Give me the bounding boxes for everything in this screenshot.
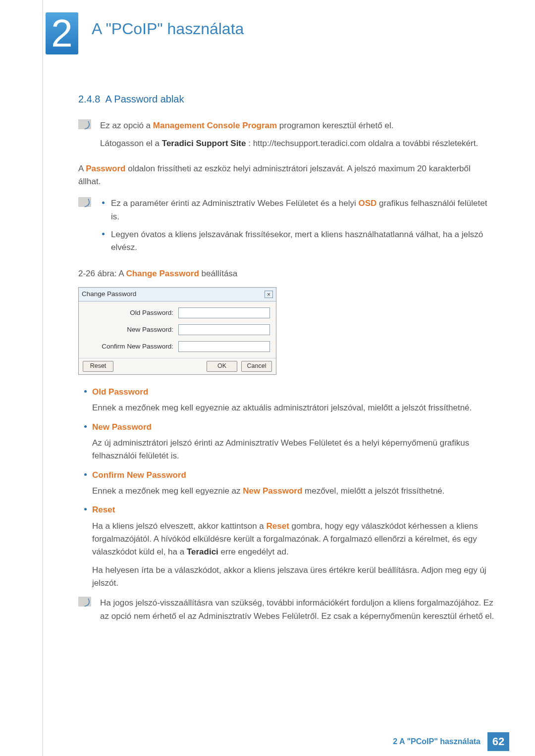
close-icon[interactable]: × [265, 291, 273, 298]
new-password-label: New Password: [89, 325, 173, 335]
paragraph: A Password oldalon frissítheti az eszköz… [78, 162, 494, 189]
highlight: Change Password [126, 269, 199, 278]
page-root: 2 A "PCoIP" használata 2.4.8 A Password … [0, 0, 535, 756]
note-body: Ha jogos jelszó-visszaállításra van szük… [100, 597, 494, 623]
old-password-input[interactable] [178, 307, 270, 318]
def-heading-reset: Reset [81, 504, 494, 516]
highlight: Password [86, 164, 125, 173]
confirm-password-label: Confirm New Password: [89, 342, 173, 352]
text: programon keresztül érhető el. [279, 121, 394, 130]
text: 2-26 ábra: A [78, 269, 126, 278]
dialog-titlebar: Change Password × [79, 288, 276, 302]
def-heading-confirm: Confirm New Password [81, 469, 494, 482]
info-note-3: Ha jogos jelszó-visszaállításra van szük… [78, 597, 494, 623]
new-password-input[interactable] [178, 324, 270, 335]
def-heading-new: New Password [81, 421, 494, 434]
info-note-1: Ez az opció a Management Console Program… [78, 119, 494, 155]
content-region: 2.4.8 A Password ablak Ez az opció a Man… [78, 92, 494, 630]
text: : http://techsupport.teradici.com oldalr… [248, 139, 478, 148]
chapter-badge: 2 [46, 12, 78, 54]
reset-button[interactable]: Reset [83, 361, 113, 372]
ok-button[interactable]: OK [207, 361, 237, 372]
text: Ez az opció a [100, 121, 153, 130]
dialog-body: Old Password: New Password: Confirm New … [79, 302, 276, 352]
def-body: Az új adminisztrátori jelszó érinti az A… [92, 437, 494, 463]
text: erre engedélyt ad. [221, 547, 289, 556]
note-body: Ez a paraméter érinti az Adminisztratív … [100, 197, 494, 259]
section-id: 2.4.8 [78, 94, 100, 104]
text: A [78, 164, 86, 173]
margin-rule [42, 0, 43, 756]
def-body: Ennek a mezőnek meg kell egyeznie az New… [92, 485, 494, 498]
text: oldalon frissítheti az eszköz helyi admi… [78, 164, 471, 186]
page-footer: 2 A "PCoIP" használata 62 [0, 732, 535, 751]
bullet-item: Legyen óvatos a kliens jelszavának friss… [100, 228, 494, 254]
text: Ez a paraméter érinti az Adminisztratív … [111, 199, 359, 208]
definition-list: Old Password Ennek a mezőnek meg kell eg… [81, 386, 494, 590]
old-password-label: Old Password: [89, 308, 173, 318]
cancel-button[interactable]: Cancel [241, 361, 272, 372]
dialog-title: Change Password [82, 289, 136, 300]
note-icon [78, 597, 91, 606]
section-title: A Password ablak [106, 94, 184, 104]
info-note-2: Ez a paraméter érinti az Adminisztratív … [78, 197, 494, 259]
footer-page-number: 62 [487, 732, 509, 751]
text: Ha helyesen írta be a válaszkódot, akkor… [92, 564, 494, 590]
figure-caption: 2-26 ábra: A Change Password beállítása [78, 267, 494, 280]
dialog-footer: Reset OK Cancel [79, 358, 276, 374]
def-body: Ha a kliens jelszó elveszett, akkor katt… [92, 520, 494, 590]
highlight: New Password [243, 486, 302, 496]
bold-text: Teradici Support Site [162, 139, 246, 148]
chapter-title: A "PCoIP" használata [92, 20, 244, 38]
text: beállítása [202, 269, 238, 278]
text: Ennek a mezőnek meg kell egyeznie az [92, 486, 243, 496]
def-heading-old: Old Password [81, 386, 494, 399]
note-icon [78, 119, 91, 129]
highlight: OSD [359, 199, 377, 208]
bold-text: Teradici [187, 547, 218, 556]
change-password-dialog: Change Password × Old Password: New Pass… [78, 287, 276, 375]
text: Ha a kliens jelszó elveszett, akkor katt… [92, 521, 267, 531]
note-icon [78, 197, 91, 207]
text: mezővel, mielőtt a jelszót frissíthetné. [305, 486, 445, 496]
bullet-item: Ez a paraméter érinti az Adminisztratív … [100, 197, 494, 223]
section-heading: 2.4.8 A Password ablak [78, 92, 494, 107]
note-body: Ez az opció a Management Console Program… [100, 119, 494, 155]
highlight: Management Console Program [153, 121, 277, 130]
chapter-number: 2 [51, 11, 72, 56]
text: Látogasson el a [100, 139, 162, 148]
confirm-password-input[interactable] [178, 341, 270, 352]
footer-chapter: 2 A "PCoIP" használata [393, 737, 481, 746]
highlight: Reset [267, 521, 289, 531]
def-body: Ennek a mezőnek meg kell egyeznie az akt… [92, 402, 494, 414]
